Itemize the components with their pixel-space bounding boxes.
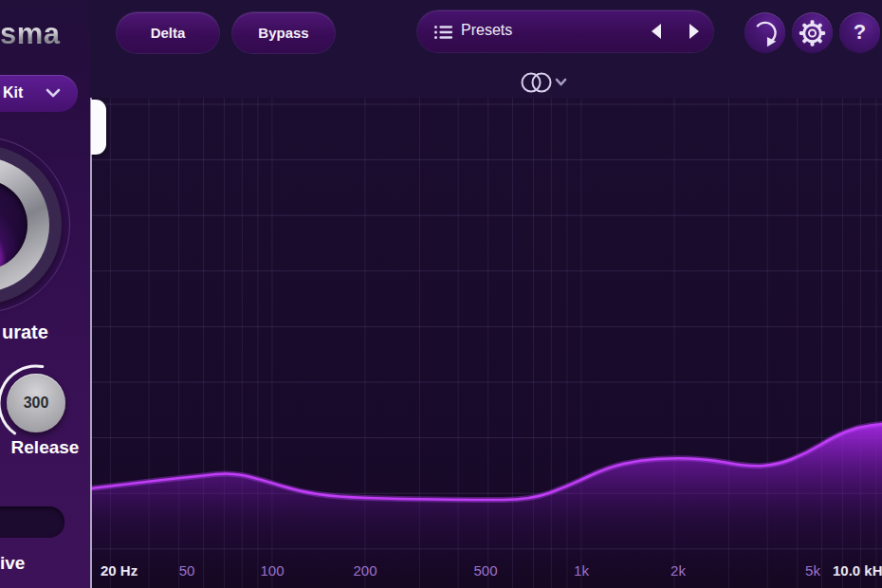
- history-icon: [744, 12, 785, 54]
- presets-label: Presets: [461, 22, 512, 39]
- gear-icon: [792, 12, 833, 54]
- x-tick-label: 1k: [574, 562, 589, 579]
- channel-mode-dropdown[interactable]: [518, 68, 573, 97]
- plugin-logo-text: sma: [0, 17, 61, 51]
- release-knob[interactable]: 300: [7, 374, 65, 432]
- control-sidebar: sma Kit urate 300 Release ive: [0, 0, 90, 588]
- x-tick-label: 100: [260, 562, 284, 579]
- spectrum-plot: [91, 98, 882, 588]
- release-label: Release: [0, 437, 90, 458]
- x-tick-label: 10.0 kHz: [833, 562, 882, 579]
- saturate-label: urate: [2, 322, 48, 343]
- chevron-down-icon: [46, 88, 61, 99]
- x-tick-label: 50: [179, 562, 195, 579]
- x-tick-label: 500: [473, 562, 497, 579]
- x-tick-label: 200: [353, 562, 377, 579]
- previous-preset-button[interactable]: [649, 23, 664, 40]
- delta-button[interactable]: Delta: [117, 12, 219, 53]
- kit-selector[interactable]: Kit: [0, 75, 78, 112]
- next-preset-button[interactable]: [687, 23, 702, 40]
- settings-button[interactable]: [792, 12, 833, 53]
- history-button[interactable]: [744, 12, 785, 53]
- panel-divider: [90, 98, 92, 588]
- x-tick-label: 20 Hz: [101, 562, 138, 579]
- adaptive-label: ive: [0, 553, 25, 574]
- adaptive-toggle[interactable]: [0, 506, 64, 538]
- top-toolbar: Delta Bypass Presets: [0, 0, 882, 98]
- kit-label: Kit: [3, 84, 23, 101]
- presets-bar[interactable]: Presets: [417, 10, 713, 52]
- stereo-circles-icon: [523, 74, 551, 92]
- x-tick-label: 5k: [805, 562, 820, 579]
- spectrum-display: 20 Hz501002005001k2k5k10.0 kHz: [91, 98, 882, 588]
- preset-list-icon: [432, 21, 454, 44]
- chevron-down-icon: [557, 80, 565, 84]
- question-icon: ?: [854, 20, 866, 45]
- x-tick-label: 2k: [671, 562, 686, 579]
- bypass-button[interactable]: Bypass: [232, 12, 335, 53]
- drawer-handle[interactable]: [91, 100, 106, 155]
- release-value: 300: [24, 395, 49, 412]
- help-button[interactable]: ?: [839, 12, 880, 53]
